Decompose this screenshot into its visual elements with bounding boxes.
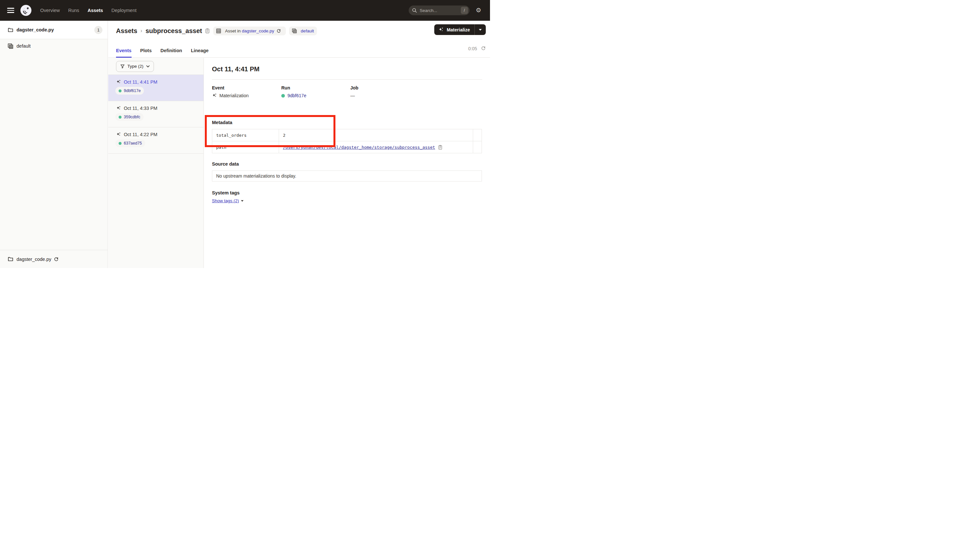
asset-count-badge: 1	[94, 26, 102, 34]
sparkle-icon	[438, 27, 444, 33]
reload-location-icon[interactable]	[277, 29, 283, 33]
nav-item-deployment[interactable]: Deployment	[111, 8, 137, 13]
materialize-button[interactable]: Materialize	[434, 27, 474, 33]
reload-icon[interactable]	[54, 257, 59, 261]
asset-group-icon	[8, 43, 13, 49]
nav-item-overview[interactable]: Overview	[40, 8, 60, 13]
event-list-item[interactable]: Oct 11, 4:22 PM 637aed75	[108, 127, 204, 154]
search-placeholder: Search...	[420, 8, 461, 13]
menu-icon[interactable]	[7, 8, 14, 13]
caret-down-icon	[241, 200, 244, 202]
metadata-action-cell	[473, 129, 482, 141]
metadata-value: 2	[279, 129, 473, 141]
code-location-label: dagster_code.py	[16, 27, 54, 32]
run-column-header: Run	[281, 85, 306, 91]
run-id-link[interactable]: 637aed75	[124, 141, 142, 145]
run-success-dot	[119, 89, 121, 92]
run-badge: 9dbf617e	[115, 87, 144, 95]
sidebar-bottom-code-location[interactable]: dagster_code.py	[0, 250, 108, 268]
materialization-sparkle-icon	[116, 80, 121, 84]
sidebar-item-code-location[interactable]: dagster_code.py 1	[0, 21, 108, 39]
run-id-link[interactable]: 9dbf617e	[124, 89, 141, 93]
materialize-dropdown-button[interactable]	[475, 29, 486, 31]
metadata-table: total_orders 2 path /Users/yuhan/dev/loc…	[212, 129, 482, 153]
materialize-label: Materialize	[447, 27, 470, 32]
source-data-box: No upstream materializations to display.	[212, 170, 482, 181]
bottom-code-location-label: dagster_code.py	[16, 257, 51, 262]
asset-tabs: Events Plots Definition Lineage	[108, 44, 490, 58]
source-data-empty-message: No upstream materializations to display.	[216, 173, 296, 178]
metadata-key: path	[212, 141, 279, 153]
event-filter-bar: Type (2)	[108, 58, 204, 75]
materialize-button-group: Materialize	[434, 24, 486, 35]
default-group-label: default	[16, 43, 31, 49]
tab-definition[interactable]: Definition	[161, 44, 182, 57]
settings-gear-icon[interactable]: ⚙	[476, 6, 481, 14]
nav-item-assets[interactable]: Assets	[88, 8, 103, 13]
event-detail-title: Oct 11, 4:41 PM	[212, 65, 259, 73]
code-location-link[interactable]: dagster_code.py	[242, 29, 274, 33]
show-tags-label: Show tags (2)	[212, 198, 239, 203]
metadata-key: total_orders	[212, 129, 279, 141]
metadata-value-text: /Users/yuhan/dev/local/dagster_home/stor…	[283, 145, 435, 150]
materialization-sparkle-icon	[116, 132, 121, 137]
run-success-dot	[119, 116, 121, 119]
event-list-item[interactable]: Oct 11, 4:41 PM 9dbf617e	[108, 75, 204, 101]
event-timestamp[interactable]: Oct 11, 4:33 PM	[124, 106, 158, 111]
sidebar-item-default-group[interactable]: default	[0, 39, 108, 53]
breadcrumb: Assets › subprocess_asset Asset in dagst…	[116, 24, 317, 37]
run-id-link[interactable]: 359cdbfc	[124, 115, 140, 119]
materialization-sparkle-icon	[212, 93, 217, 98]
copy-asset-name-icon[interactable]	[205, 28, 210, 33]
asset-group-badge: default	[289, 27, 317, 35]
asset-group-icon	[292, 29, 299, 33]
metadata-value-text: 2	[283, 133, 285, 138]
dagster-app: Overview Runs Assets Deployment Search..…	[0, 0, 490, 268]
breadcrumb-separator: ›	[141, 28, 142, 34]
nav-links: Overview Runs Assets Deployment	[40, 8, 137, 13]
divider	[212, 80, 482, 80]
group-default-link[interactable]: default	[301, 29, 314, 33]
asset-in-label: Asset in	[225, 29, 240, 33]
table-icon	[216, 29, 223, 33]
event-list-panel: Type (2) Oct 11, 4:41 PM 9dbf617e Oct 11…	[108, 58, 204, 268]
event-timestamp[interactable]: Oct 11, 4:22 PM	[124, 132, 158, 137]
metadata-row: total_orders 2	[212, 129, 482, 141]
caret-down-icon	[479, 29, 482, 31]
tab-plots[interactable]: Plots	[140, 44, 152, 57]
asset-location-badge: Asset in dagster_code.py	[213, 27, 286, 35]
type-filter-button[interactable]: Type (2)	[116, 61, 154, 72]
chevron-down-icon	[146, 65, 150, 68]
metadata-value: /Users/yuhan/dev/local/dagster_home/stor…	[279, 141, 473, 153]
folder-icon	[8, 256, 13, 262]
run-success-dot	[119, 142, 121, 145]
search-icon	[412, 8, 417, 13]
tab-events[interactable]: Events	[116, 44, 132, 57]
materialization-sparkle-icon	[116, 106, 121, 111]
event-timestamp[interactable]: Oct 11, 4:41 PM	[124, 80, 158, 84]
job-column: Job —	[350, 85, 358, 98]
show-tags-toggle[interactable]: Show tags (2)	[212, 198, 244, 203]
nav-item-runs[interactable]: Runs	[68, 8, 79, 13]
run-badge: 637aed75	[115, 139, 145, 147]
search-shortcut-key: /	[461, 7, 468, 14]
event-type-value: Materialization	[220, 93, 248, 98]
tab-lineage[interactable]: Lineage	[191, 44, 209, 57]
dagster-logo-icon[interactable]	[20, 5, 32, 16]
copy-path-icon[interactable]	[438, 145, 443, 150]
metadata-heading: Metadata	[212, 120, 232, 125]
run-success-dot	[281, 94, 285, 97]
run-id-link[interactable]: 9dbf617e	[288, 93, 306, 98]
event-list-item[interactable]: Oct 11, 4:33 PM 359cdbfc	[108, 101, 204, 127]
source-data-heading: Source data	[212, 161, 239, 167]
filter-funnel-icon	[120, 64, 125, 69]
asset-name: subprocess_asset	[145, 27, 202, 35]
run-badge: 359cdbfc	[115, 113, 143, 121]
event-column-header: Event	[212, 85, 248, 91]
metadata-action-cell	[473, 141, 482, 153]
job-column-header: Job	[350, 85, 358, 91]
system-tags-heading: System tags	[212, 190, 240, 196]
breadcrumb-assets-link[interactable]: Assets	[116, 27, 137, 35]
refresh-now-icon[interactable]	[481, 46, 486, 51]
search-input[interactable]: Search... /	[409, 5, 469, 15]
